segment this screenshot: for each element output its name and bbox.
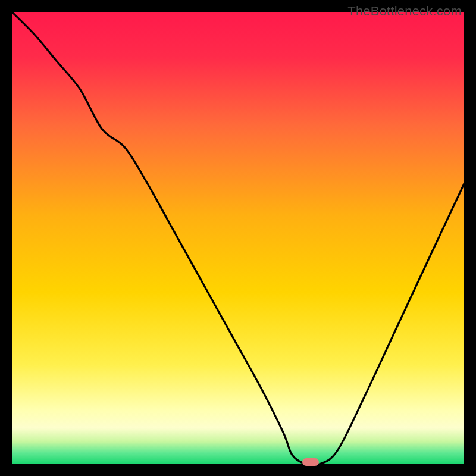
chart-plot-area	[12, 12, 464, 464]
bottleneck-curve	[12, 12, 464, 464]
watermark-text: TheBottleneck.com	[347, 4, 462, 19]
optimal-marker	[302, 458, 319, 466]
